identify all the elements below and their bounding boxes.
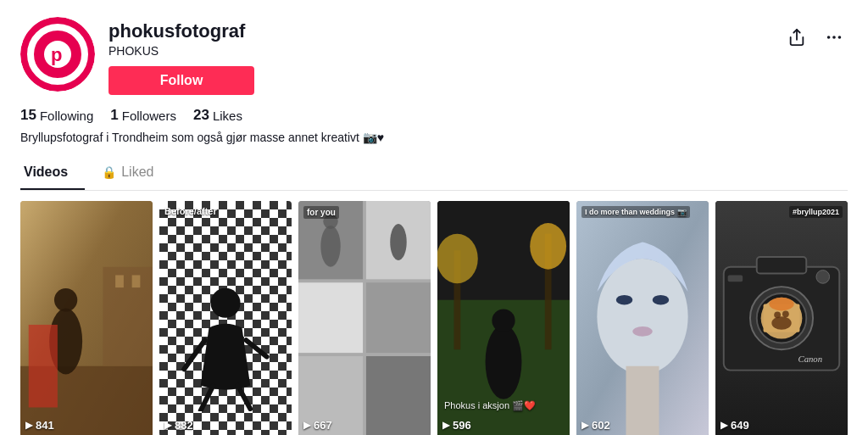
- followers-count: 1: [110, 107, 118, 124]
- username: phokusfotograf: [108, 20, 254, 42]
- svg-line-18: [246, 341, 266, 358]
- video-views-3: ▶ 667: [303, 419, 332, 432]
- following-label: Following: [40, 109, 93, 123]
- svg-point-7: [838, 36, 842, 39]
- svg-rect-44: [626, 366, 659, 435]
- tab-videos[interactable]: Videos: [20, 158, 85, 190]
- share-icon[interactable]: [783, 24, 810, 51]
- video-views-1: ▶ 841: [25, 419, 54, 432]
- video-views-6: ▶ 649: [721, 419, 749, 432]
- svg-point-57: [816, 270, 830, 284]
- following-count: 15: [20, 107, 36, 124]
- video-thumb-2: Before/after ▶ 882: [159, 201, 292, 435]
- video-thumb-4: Phokus i aksjon 🎬❤️ ▶ 596: [437, 201, 570, 435]
- video-item-4[interactable]: Phokus i aksjon 🎬❤️ ▶ 596 Fra et herlig …: [437, 201, 570, 435]
- video-overlay-top-5: I do more than weddings 📷: [581, 206, 690, 218]
- svg-rect-27: [366, 356, 431, 435]
- tab-liked-label: Liked: [121, 165, 153, 180]
- svg-point-52: [771, 317, 791, 331]
- tab-liked[interactable]: 🔒 Liked: [98, 158, 170, 190]
- svg-text:p: p: [51, 44, 62, 65]
- svg-point-53: [774, 312, 781, 319]
- svg-rect-24: [298, 283, 363, 354]
- svg-text:Canon: Canon: [798, 354, 823, 364]
- video-overlay-top-6: #bryllup2021: [789, 206, 843, 218]
- profile-left: p phokusfotograf PHOKUS Follow: [20, 17, 254, 95]
- video-thumb-5: I do more than weddings 📷 ▶ 602: [576, 201, 709, 435]
- video-item-2[interactable]: Before/after ▶ 882 I min blog har jeg ti…: [159, 201, 292, 435]
- svg-line-20: [238, 386, 251, 409]
- video-overlay-top-3: for you: [303, 206, 339, 219]
- profile-info: phokusfotograf PHOKUS Follow: [108, 17, 254, 95]
- svg-point-6: [832, 36, 836, 39]
- svg-point-40: [597, 259, 687, 375]
- svg-point-35: [437, 234, 478, 284]
- following-stat[interactable]: 15 Following: [20, 107, 93, 124]
- svg-point-5: [827, 36, 831, 39]
- svg-point-55: [769, 298, 793, 311]
- video-item-5[interactable]: I do more than weddings 📷 ▶ 602 Phokus d…: [576, 201, 709, 435]
- videos-grid: ▶ 841 Nytt forsøk på en portf... Before/…: [20, 201, 848, 435]
- avatar: p: [20, 17, 95, 92]
- stats-row: 15 Following 1 Followers 23 Likes: [20, 107, 848, 124]
- page-wrapper: p phokusfotograf PHOKUS Follow: [0, 0, 868, 435]
- display-name: PHOKUS: [108, 44, 254, 58]
- svg-rect-47: [757, 257, 807, 274]
- svg-rect-58: [728, 276, 743, 282]
- profile-header: p phokusfotograf PHOKUS Follow: [20, 17, 848, 95]
- likes-label: Likes: [213, 109, 242, 123]
- svg-point-30: [390, 224, 407, 260]
- svg-rect-15: [29, 325, 58, 408]
- followers-label: Followers: [122, 109, 176, 123]
- svg-rect-12: [132, 276, 141, 288]
- tab-videos-label: Videos: [24, 165, 68, 180]
- likes-stat[interactable]: 23 Likes: [193, 107, 242, 124]
- video-item-6[interactable]: Canon #bryllup2021 ▶ 649 Fra bryllupsfot…: [715, 201, 848, 435]
- profile-actions: [783, 17, 848, 51]
- more-options-icon[interactable]: [821, 24, 848, 51]
- svg-point-14: [54, 288, 77, 311]
- video-4-center-text: Phokus i aksjon 🎬❤️: [444, 400, 563, 411]
- video-thumb-1: ▶ 841: [20, 201, 153, 435]
- svg-point-38: [492, 310, 515, 332]
- svg-rect-10: [103, 267, 153, 366]
- svg-point-54: [782, 311, 789, 318]
- svg-point-41: [616, 295, 633, 305]
- svg-point-37: [486, 325, 522, 399]
- video-thumb-6: Canon #bryllup2021 ▶ 649: [715, 201, 848, 435]
- svg-point-28: [320, 226, 340, 267]
- video-overlay-top-2: Before/after: [164, 206, 217, 216]
- video-item-1[interactable]: ▶ 841 Nytt forsøk på en portf...: [20, 201, 153, 435]
- video-views-4: ▶ 596: [442, 419, 471, 432]
- video-item-3[interactable]: for you ▶ 667 En superrask gjennom...: [298, 201, 431, 435]
- svg-line-19: [201, 386, 214, 410]
- video-views-2: ▶ 882: [164, 419, 193, 432]
- svg-point-42: [653, 295, 670, 305]
- svg-rect-25: [366, 283, 431, 354]
- svg-point-36: [530, 223, 566, 270]
- svg-point-16: [210, 288, 240, 318]
- lock-icon: 🔒: [102, 165, 116, 179]
- bio: Bryllupsfotograf i Trondheim som også gj…: [20, 131, 848, 144]
- video-thumb-3: for you ▶ 667: [298, 201, 431, 435]
- likes-count: 23: [193, 107, 209, 124]
- followers-stat[interactable]: 1 Followers: [110, 107, 176, 124]
- tabs-row: Videos 🔒 Liked: [20, 158, 848, 191]
- svg-point-43: [632, 326, 652, 337]
- svg-line-17: [184, 341, 204, 370]
- svg-rect-11: [115, 276, 124, 288]
- video-views-5: ▶ 602: [581, 419, 610, 432]
- follow-button[interactable]: Follow: [108, 66, 254, 95]
